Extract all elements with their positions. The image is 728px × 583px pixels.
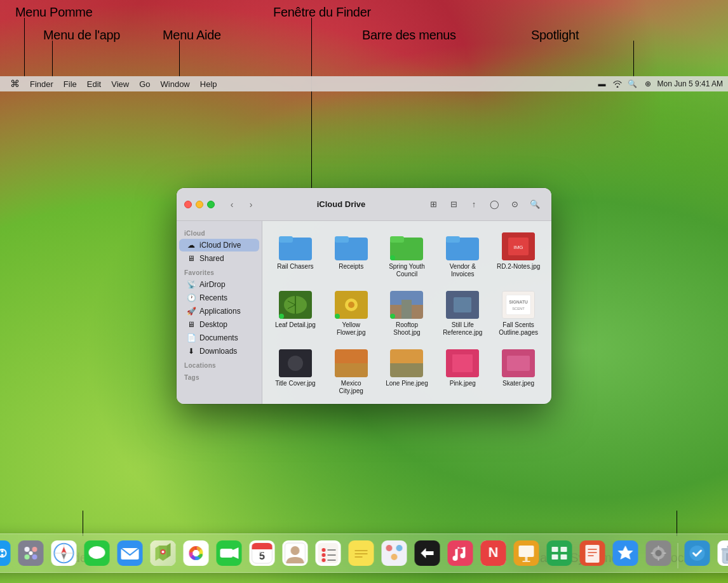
window-menu[interactable]: Window (156, 78, 195, 90)
file-leaf[interactable]: Leaf Detail.jpg (270, 287, 321, 340)
tag-button[interactable]: ◯ (485, 196, 503, 213)
music-dock-item[interactable] (445, 538, 476, 568)
sidebar-item-desktop[interactable]: 🖥 Desktop (179, 318, 259, 331)
share-button[interactable]: ↑ (465, 196, 483, 213)
folder-spring-icon (390, 232, 423, 260)
control-center-icon[interactable]: ⊕ (642, 79, 654, 88)
file-titlecover[interactable]: Title Cover.jpg (270, 345, 321, 399)
svg-rect-123 (586, 545, 600, 563)
wifi-icon[interactable] (612, 79, 623, 88)
appstore-dock-item[interactable] (610, 538, 641, 568)
svg-rect-100 (354, 547, 369, 560)
news-dock-item[interactable]: N (478, 538, 509, 568)
file-skater[interactable]: Skater.jpeg (493, 345, 544, 399)
sidebar-item-applications[interactable]: 🚀 Applications (179, 305, 259, 318)
numbers-dock-item[interactable] (544, 538, 575, 568)
svg-rect-117 (547, 540, 572, 566)
svg-point-46 (1, 550, 4, 553)
sidebar-documents-label: Documents (199, 333, 238, 342)
line-spotlight (633, 41, 634, 77)
sidebar-item-icloud-drive[interactable]: ☁ iCloud Drive (179, 239, 259, 251)
svg-text:SCENT: SCENT (512, 307, 525, 311)
appletv-dock-item[interactable] (412, 538, 443, 568)
maps-dock-item[interactable] (148, 538, 179, 568)
file-menu[interactable]: File (58, 78, 82, 90)
file-yellow-flower[interactable]: Yellow Flower.jpg (326, 287, 377, 340)
line-fenetre (311, 18, 312, 189)
airdrop-icon: 📡 (187, 280, 196, 289)
messages-dock-item[interactable] (82, 538, 112, 568)
battery-icon: ▬ (597, 79, 608, 88)
finder-dock-item[interactable] (0, 538, 13, 568)
safari-dock-item[interactable] (49, 538, 79, 568)
privacy-cleaner-dock-item[interactable] (682, 538, 713, 568)
finder-menu[interactable]: Finder (25, 78, 58, 90)
file-rd2-thumb: IMG (502, 232, 535, 260)
sidebar-item-recents[interactable]: 🕐 Recents (179, 292, 259, 304)
file-rooftop[interactable]: Rooftop Shoot.jpg (382, 287, 433, 340)
forward-button[interactable]: › (244, 198, 258, 211)
file-stilllife[interactable]: Still Life Reference.jpg (437, 287, 488, 340)
close-button[interactable] (184, 201, 192, 208)
file-spring-youth[interactable]: Spring Youth Council (382, 229, 433, 282)
file-lonepine[interactable]: Lone Pine.jpeg (382, 345, 433, 399)
menubar-datetime: Mon Jun 5 9:41 AM (657, 79, 723, 88)
minimize-button[interactable] (196, 201, 203, 208)
annotation-menu-app: Menu de l'app (43, 28, 120, 43)
recents-icon: 🕐 (187, 293, 196, 302)
traffic-lights (184, 201, 215, 208)
svg-rect-32 (390, 349, 423, 363)
file-mexico-label: Mexico City.jpeg (329, 380, 374, 395)
keynote-dock-item[interactable] (511, 538, 542, 568)
sidebar-recents-label: Recents (199, 293, 227, 302)
svg-point-69 (162, 551, 165, 553)
go-menu[interactable]: Go (134, 78, 155, 90)
svg-point-52 (32, 554, 37, 560)
contacts-dock-item[interactable] (280, 538, 311, 568)
launchpad-dock-item[interactable] (16, 538, 46, 568)
sort-button[interactable]: ⊟ (445, 196, 462, 213)
file-lonepine-thumb (390, 349, 423, 377)
sidebar-airdrop-label: AirDrop (199, 280, 226, 289)
svg-point-106 (396, 545, 403, 551)
svg-rect-119 (561, 547, 567, 552)
svg-point-49 (25, 547, 30, 552)
svg-point-18 (348, 302, 354, 308)
svg-rect-25 (506, 295, 530, 315)
systemsettings-dock-item[interactable] (644, 538, 674, 568)
photos-dock-item[interactable] (181, 538, 212, 568)
search-files-button[interactable]: 🔍 (526, 196, 544, 213)
file-fallscents[interactable]: SIGNATU SCENT Fall Scents Outline.pages (493, 287, 544, 340)
sidebar-item-airdrop[interactable]: 📡 AirDrop (179, 278, 259, 291)
fullscreen-button[interactable] (207, 201, 215, 208)
svg-point-51 (25, 554, 30, 560)
file-pink[interactable]: Pink.jpeg (437, 345, 488, 399)
notes-dock-item[interactable] (346, 538, 377, 568)
svg-text:SIGNATU: SIGNATU (509, 300, 528, 304)
apple-menu[interactable]: ⌘ (5, 77, 25, 91)
view-icon-button[interactable]: ⊞ (424, 196, 442, 213)
back-button[interactable]: ‹ (225, 198, 239, 211)
reminders-dock-item[interactable] (313, 538, 344, 568)
pages-dock-item[interactable] (577, 538, 608, 568)
edit-menu[interactable]: Edit (82, 78, 106, 90)
file-vendor[interactable]: Vendor & Invoices (437, 229, 488, 282)
file-rd2[interactable]: IMG RD.2-Notes.jpg (493, 229, 544, 282)
more-button[interactable]: ⊙ (506, 196, 523, 213)
help-menu[interactable]: Help (195, 78, 222, 90)
mail-dock-item[interactable] (115, 538, 145, 568)
sidebar-item-shared[interactable]: 🖥 Shared (179, 252, 259, 265)
calendar-dock-item[interactable]: 5 JUNE (247, 538, 278, 568)
sidebar-item-documents[interactable]: 📄 Documents (179, 332, 259, 344)
search-icon[interactable]: 🔍 (627, 79, 638, 88)
freeform-dock-item[interactable] (379, 538, 410, 568)
file-mexico[interactable]: Mexico City.jpeg (326, 345, 377, 399)
file-rail-chasers[interactable]: Rail Chasers (270, 229, 321, 282)
file-receipts[interactable]: Receipts (326, 229, 377, 282)
facetime-dock-item[interactable] (214, 538, 245, 568)
view-menu[interactable]: View (106, 78, 134, 90)
trash-dock-item[interactable] (715, 538, 729, 568)
svg-rect-131 (658, 546, 659, 549)
sidebar-item-downloads[interactable]: ⬇ Downloads (179, 345, 259, 358)
svg-text:JUNE: JUNE (255, 549, 269, 554)
